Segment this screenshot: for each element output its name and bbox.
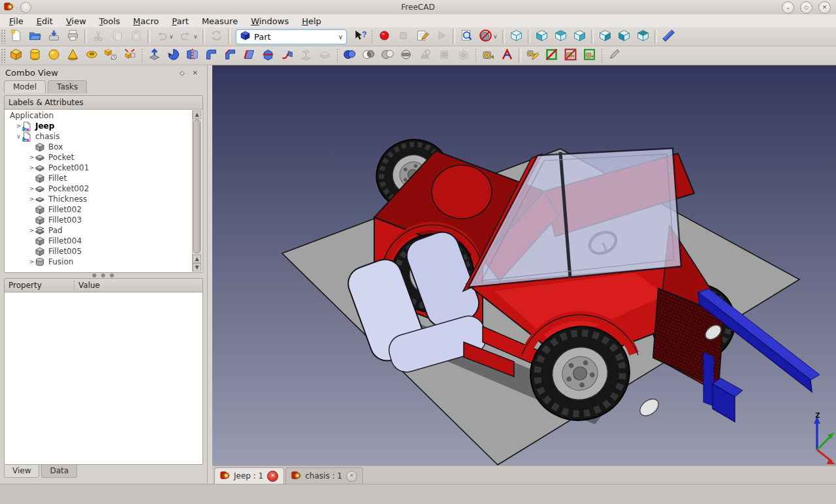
fit-all-button[interactable] xyxy=(457,28,476,46)
part-extrude-button[interactable] xyxy=(145,47,164,65)
view-isometric-button[interactable] xyxy=(507,28,526,46)
cut-button[interactable] xyxy=(89,28,108,46)
maximize-button[interactable]: ◇ xyxy=(800,1,812,14)
draw-style-button[interactable] xyxy=(476,28,495,46)
measure-angular-button[interactable] xyxy=(498,47,517,65)
expand-arrow-icon[interactable]: > xyxy=(28,154,35,161)
menu-tools[interactable]: Tools xyxy=(93,16,127,27)
view-right-button[interactable] xyxy=(570,28,589,46)
expand-arrow-icon[interactable]: > xyxy=(28,259,35,265)
undo-button[interactable] xyxy=(152,28,171,46)
chevron-down-icon[interactable]: ∨ xyxy=(493,33,500,40)
tree-item-fillet005[interactable]: Fillet005 xyxy=(6,246,192,257)
tree-item-fillet[interactable]: Fillet xyxy=(6,173,192,183)
sketch-pencil-button[interactable] xyxy=(605,47,624,65)
offset-3d-button[interactable] xyxy=(435,47,454,65)
print-button[interactable] xyxy=(63,28,82,46)
macro-record-button[interactable] xyxy=(375,28,394,46)
tree-item-fillet003[interactable]: Fillet003 xyxy=(6,215,192,225)
boolean-section-button[interactable] xyxy=(397,47,416,65)
tree-item-fillet004[interactable]: Fillet004 xyxy=(6,236,192,246)
menu-file[interactable]: File xyxy=(3,16,30,27)
macro-play-button[interactable] xyxy=(432,28,451,46)
toolbar-grip[interactable] xyxy=(1,48,5,63)
macro-edit-button[interactable] xyxy=(413,28,432,46)
view-front-button[interactable] xyxy=(532,28,551,46)
view-top-button[interactable] xyxy=(551,28,570,46)
macro-stop-button[interactable] xyxy=(394,28,413,46)
new-button[interactable] xyxy=(7,28,25,46)
scroll-up2-icon[interactable]: ▲ xyxy=(193,255,201,263)
part-revolve-button[interactable] xyxy=(164,47,183,65)
shade-button[interactable]: ⌄ xyxy=(782,1,794,14)
scrollbar-thumb[interactable] xyxy=(193,119,201,253)
menu-help[interactable]: Help xyxy=(295,16,328,27)
tree-item-application[interactable]: Application xyxy=(6,110,192,121)
part-shape-builder-button[interactable] xyxy=(120,47,139,65)
expand-arrow-icon[interactable]: > xyxy=(15,123,22,129)
toolbar-grip[interactable] xyxy=(1,29,5,44)
part-torus-button[interactable] xyxy=(82,47,101,65)
tree-item-fusion[interactable]: >Fusion xyxy=(6,257,192,267)
part-sphere-button[interactable] xyxy=(44,47,63,65)
part-loft-button[interactable] xyxy=(297,47,315,65)
tab-close-icon[interactable]: ✕ xyxy=(267,471,278,482)
boolean-union-button[interactable] xyxy=(340,47,359,65)
measure-toggle-dimensions-button[interactable] xyxy=(580,47,599,65)
panel-float-icon[interactable]: ◇ xyxy=(176,69,189,76)
tree-item-fillet002[interactable]: Fillet002 xyxy=(6,204,192,215)
tree-item-pocket[interactable]: >Pocket xyxy=(6,152,192,163)
refresh-button[interactable] xyxy=(207,28,226,46)
expand-arrow-icon[interactable]: > xyxy=(28,227,35,234)
tab-tasks[interactable]: Tasks xyxy=(48,80,87,93)
tab-close-icon[interactable]: ✕ xyxy=(346,471,357,482)
tab-model[interactable]: Model xyxy=(4,80,46,93)
menu-measure[interactable]: Measure xyxy=(195,16,244,27)
panel-close-icon[interactable]: ✕ xyxy=(189,69,202,76)
view-left-button[interactable] xyxy=(634,28,652,46)
part-make-face-button[interactable] xyxy=(240,47,259,65)
dock-splitter[interactable]: ● ● ● xyxy=(0,273,208,278)
copy-button[interactable] xyxy=(108,28,127,46)
whats-this-button[interactable]: ? xyxy=(350,28,369,46)
part-cylinder-button[interactable] xyxy=(25,47,44,65)
menu-view[interactable]: View xyxy=(59,16,93,27)
part-primitives-button[interactable] xyxy=(101,47,120,65)
measure-clear-all-button[interactable] xyxy=(542,47,561,65)
menu-windows[interactable]: Windows xyxy=(244,16,295,27)
expand-arrow-icon[interactable]: > xyxy=(28,196,35,202)
workbench-selector[interactable]: Part∨ xyxy=(236,29,347,44)
tree-item-chasis[interactable]: ∨chasis xyxy=(6,131,192,142)
expand-arrow-icon[interactable]: > xyxy=(28,185,35,192)
collapse-arrow-icon[interactable]: ∨ xyxy=(15,133,22,140)
boolean-cut-button[interactable] xyxy=(378,47,397,65)
titlebar-menu-button[interactable] xyxy=(20,2,31,13)
tree-item-pocket001[interactable]: >Pocket001 xyxy=(6,163,192,173)
tab-data[interactable]: Data xyxy=(41,465,77,478)
view-bottom-button[interactable] xyxy=(615,28,634,46)
tree-item-pad[interactable]: >Pad xyxy=(6,225,192,236)
tree-scrollbar[interactable]: ▲ ▲ ▼ xyxy=(192,110,202,272)
document-tab-chasis[interactable]: chasis : 1✕ xyxy=(285,467,363,484)
part-mirror-button[interactable] xyxy=(183,47,202,65)
tree-item-thickness[interactable]: >Thickness xyxy=(6,194,192,204)
part-box-button[interactable] xyxy=(7,47,25,65)
measure-toggle-3d-button[interactable] xyxy=(561,47,580,65)
measure-linear-button[interactable] xyxy=(479,47,498,65)
menu-edit[interactable]: Edit xyxy=(30,16,59,27)
part-cross-section-button[interactable] xyxy=(259,47,278,65)
tree-item-pocket002[interactable]: >Pocket002 xyxy=(6,183,192,194)
part-offset-button[interactable] xyxy=(315,47,334,65)
part-chamfer-button[interactable] xyxy=(221,47,240,65)
redo-button[interactable] xyxy=(176,28,195,46)
measure-refresh-button[interactable] xyxy=(523,47,542,65)
part-cone-button[interactable] xyxy=(63,47,82,65)
measure-distance-button[interactable] xyxy=(659,28,678,46)
boolean-common-button[interactable] xyxy=(359,47,378,65)
save-button[interactable] xyxy=(44,28,63,46)
part-sweep-button[interactable] xyxy=(278,47,297,65)
cross-sections-button[interactable] xyxy=(416,47,435,65)
scroll-down-icon[interactable]: ▼ xyxy=(193,263,201,272)
close-button[interactable]: ✕ xyxy=(818,1,831,14)
view-rear-button[interactable] xyxy=(596,28,615,46)
